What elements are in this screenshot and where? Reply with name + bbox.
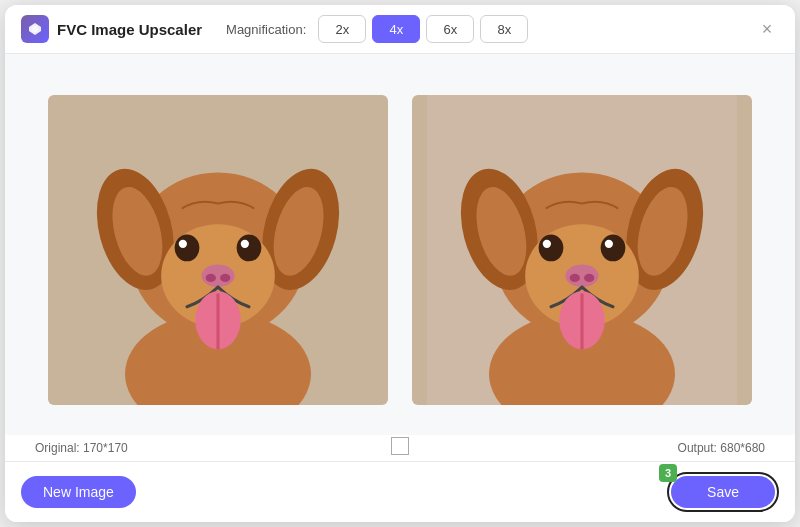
footer-bar: New Image 3 Save <box>5 461 795 522</box>
mag-8x-button[interactable]: 8x <box>480 15 528 43</box>
mag-4x-button[interactable]: 4x <box>372 15 420 43</box>
svg-point-32 <box>584 273 594 281</box>
svg-point-9 <box>175 234 200 261</box>
title-bar: FVC Image Upscaler Magnification: 2x 4x … <box>5 5 795 54</box>
output-image-panel <box>412 95 752 405</box>
mag-2x-button[interactable]: 2x <box>318 15 366 43</box>
original-image-panel <box>48 95 388 405</box>
svg-point-11 <box>179 239 187 247</box>
svg-point-31 <box>570 273 580 281</box>
mag-6x-button[interactable]: 6x <box>426 15 474 43</box>
logo-icon <box>27 21 43 37</box>
svg-point-28 <box>543 239 551 247</box>
close-button[interactable]: × <box>755 17 779 41</box>
app-title: FVC Image Upscaler <box>57 21 202 38</box>
original-image <box>48 95 388 405</box>
new-image-button[interactable]: New Image <box>21 476 136 508</box>
compare-icon-center <box>391 437 409 459</box>
svg-point-26 <box>539 234 564 261</box>
original-size-label: Original: 170*170 <box>35 441 128 455</box>
magnification-label: Magnification: <box>226 22 306 37</box>
app-window: FVC Image Upscaler Magnification: 2x 4x … <box>5 5 795 522</box>
svg-point-12 <box>241 239 249 247</box>
output-image <box>412 95 752 405</box>
save-badge: 3 <box>659 464 677 482</box>
svg-point-14 <box>206 273 216 281</box>
app-logo <box>21 15 49 43</box>
save-area: 3 Save <box>667 472 779 512</box>
svg-point-0 <box>32 26 38 32</box>
compare-icon <box>391 437 409 455</box>
svg-point-29 <box>605 239 613 247</box>
output-size-label: Output: 680*680 <box>678 441 765 455</box>
svg-point-15 <box>220 273 230 281</box>
save-button-wrapper: Save <box>667 472 779 512</box>
magnification-controls: 2x 4x 6x 8x <box>318 15 528 43</box>
status-bar: Original: 170*170 Output: 680*680 <box>5 435 795 461</box>
svg-point-10 <box>237 234 262 261</box>
save-button[interactable]: Save <box>671 476 775 508</box>
svg-point-27 <box>601 234 626 261</box>
content-area <box>5 54 795 435</box>
